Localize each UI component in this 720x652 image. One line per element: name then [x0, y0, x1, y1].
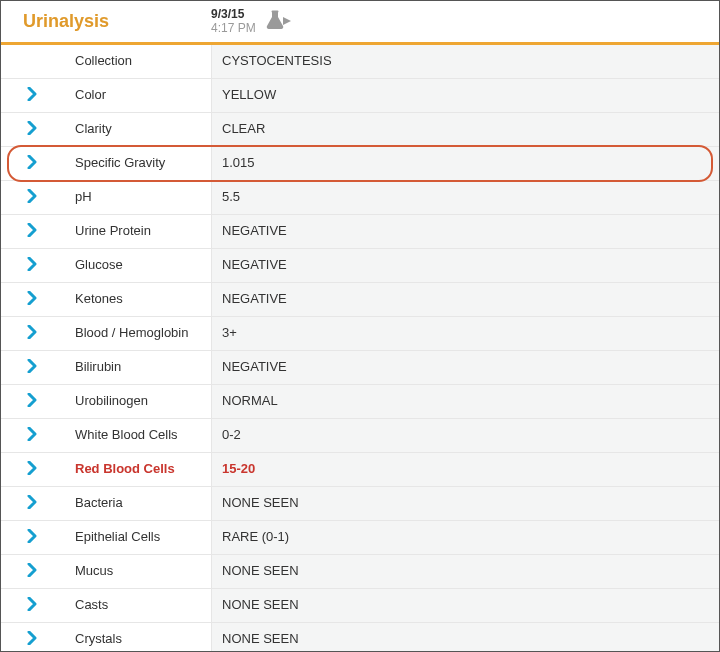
result-label: Casts	[63, 589, 211, 622]
result-label: Urobilinogen	[63, 385, 211, 418]
expand-cell[interactable]	[1, 589, 63, 622]
result-label: Collection	[63, 45, 211, 78]
result-label: Glucose	[63, 249, 211, 282]
expand-cell[interactable]	[1, 249, 63, 282]
chevron-right-icon[interactable]	[27, 87, 37, 105]
result-value: YELLOW	[211, 79, 719, 112]
result-value: NONE SEEN	[211, 623, 719, 652]
expand-cell[interactable]	[1, 147, 63, 180]
result-row[interactable]: White Blood Cells 0-2	[1, 419, 719, 453]
chevron-right-icon[interactable]	[27, 121, 37, 139]
expand-cell[interactable]	[1, 419, 63, 452]
result-row[interactable]: Clarity CLEAR	[1, 113, 719, 147]
chevron-right-icon[interactable]	[27, 291, 37, 309]
chevron-right-icon[interactable]	[27, 359, 37, 377]
expand-cell[interactable]	[1, 555, 63, 588]
result-value: NONE SEEN	[211, 589, 719, 622]
result-value: 15-20	[211, 453, 719, 486]
result-label: Bacteria	[63, 487, 211, 520]
result-value: NONE SEEN	[211, 555, 719, 588]
expand-cell[interactable]	[1, 215, 63, 248]
result-value: 5.5	[211, 181, 719, 214]
expand-cell[interactable]	[1, 385, 63, 418]
header-time: 4:17 PM	[211, 21, 256, 35]
chevron-right-icon[interactable]	[27, 257, 37, 275]
expand-cell[interactable]	[1, 623, 63, 652]
expand-cell[interactable]	[1, 181, 63, 214]
panel-header: Urinalysis 9/3/15 4:17 PM	[1, 1, 719, 45]
chevron-right-icon[interactable]	[27, 529, 37, 547]
result-value: 3+	[211, 317, 719, 350]
result-label: Color	[63, 79, 211, 112]
urinalysis-panel: { "header": { "title": "Urinalysis", "da…	[0, 0, 720, 652]
expand-cell[interactable]	[1, 317, 63, 350]
result-row[interactable]: Urine Protein NEGATIVE	[1, 215, 719, 249]
result-value: CLEAR	[211, 113, 719, 146]
expand-cell[interactable]	[1, 521, 63, 554]
chevron-right-icon[interactable]	[27, 427, 37, 445]
result-row[interactable]: Blood / Hemoglobin 3+	[1, 317, 719, 351]
result-label: Urine Protein	[63, 215, 211, 248]
chevron-right-icon[interactable]	[27, 631, 37, 649]
result-label: White Blood Cells	[63, 419, 211, 452]
result-row[interactable]: Collection CYSTOCENTESIS	[1, 45, 719, 79]
result-value: NEGATIVE	[211, 215, 719, 248]
chevron-right-icon[interactable]	[27, 563, 37, 581]
result-row[interactable]: Bilirubin NEGATIVE	[1, 351, 719, 385]
result-label: Specific Gravity	[63, 147, 211, 180]
result-row[interactable]: Urobilinogen NORMAL	[1, 385, 719, 419]
result-row[interactable]: Red Blood Cells 15-20	[1, 453, 719, 487]
result-value: 0-2	[211, 419, 719, 452]
result-row[interactable]: Ketones NEGATIVE	[1, 283, 719, 317]
result-row[interactable]: Color YELLOW	[1, 79, 719, 113]
chevron-right-icon[interactable]	[27, 155, 37, 173]
result-label: Epithelial Cells	[63, 521, 211, 554]
result-row[interactable]: Bacteria NONE SEEN	[1, 487, 719, 521]
result-value: NORMAL	[211, 385, 719, 418]
chevron-right-icon[interactable]	[27, 461, 37, 479]
result-value: RARE (0-1)	[211, 521, 719, 554]
result-row[interactable]: Glucose NEGATIVE	[1, 249, 719, 283]
chevron-right-icon[interactable]	[27, 597, 37, 615]
chevron-right-icon[interactable]	[27, 189, 37, 207]
result-label: Crystals	[63, 623, 211, 652]
header-meta: 9/3/15 4:17 PM	[211, 7, 292, 36]
result-value: NEGATIVE	[211, 283, 719, 316]
result-label: Bilirubin	[63, 351, 211, 384]
result-row[interactable]: Specific Gravity 1.015	[1, 147, 719, 181]
result-label: Ketones	[63, 283, 211, 316]
results-table: Collection CYSTOCENTESIS Color YELLOW Cl…	[1, 45, 719, 652]
chevron-right-icon[interactable]	[27, 495, 37, 513]
svg-rect-0	[271, 11, 278, 13]
result-label: Mucus	[63, 555, 211, 588]
result-label: Clarity	[63, 113, 211, 146]
lab-flask-icon	[266, 10, 292, 32]
header-date: 9/3/15	[211, 7, 256, 21]
expand-cell[interactable]	[1, 487, 63, 520]
result-value: NEGATIVE	[211, 249, 719, 282]
expand-cell[interactable]	[1, 45, 63, 78]
chevron-right-icon[interactable]	[27, 223, 37, 241]
result-label: pH	[63, 181, 211, 214]
result-label: Blood / Hemoglobin	[63, 317, 211, 350]
result-row[interactable]: Mucus NONE SEEN	[1, 555, 719, 589]
result-value: CYSTOCENTESIS	[211, 45, 719, 78]
header-title-cell: Urinalysis	[1, 7, 211, 32]
chevron-right-icon[interactable]	[27, 393, 37, 411]
expand-cell[interactable]	[1, 113, 63, 146]
expand-cell[interactable]	[1, 283, 63, 316]
result-label: Red Blood Cells	[63, 453, 211, 486]
result-value: NONE SEEN	[211, 487, 719, 520]
result-row[interactable]: Epithelial Cells RARE (0-1)	[1, 521, 719, 555]
expand-cell[interactable]	[1, 351, 63, 384]
result-value: 1.015	[211, 147, 719, 180]
result-row[interactable]: Casts NONE SEEN	[1, 589, 719, 623]
result-value: NEGATIVE	[211, 351, 719, 384]
chevron-right-icon[interactable]	[27, 325, 37, 343]
panel-title: Urinalysis	[23, 11, 109, 31]
expand-cell[interactable]	[1, 453, 63, 486]
expand-cell[interactable]	[1, 79, 63, 112]
result-row[interactable]: pH 5.5	[1, 181, 719, 215]
result-row[interactable]: Crystals NONE SEEN	[1, 623, 719, 652]
header-datetime: 9/3/15 4:17 PM	[211, 7, 256, 36]
